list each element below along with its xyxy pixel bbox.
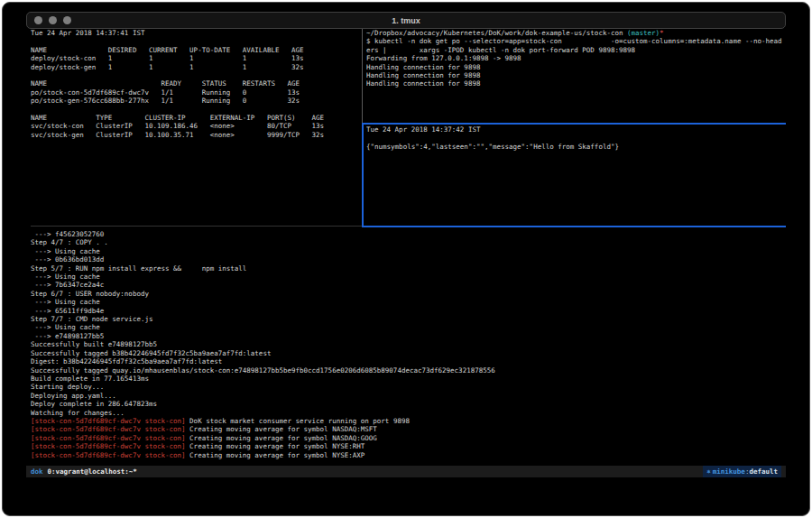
- pane-divider-horizontal[interactable]: [31, 226, 362, 227]
- watch-log-line: [stock-con-5d7df689cf-dwc7v stock-con] C…: [31, 442, 786, 450]
- watch-log-lines: [stock-con-5d7df689cf-dwc7v stock-con] D…: [31, 417, 786, 459]
- build-log-output: ---> f45623052760 Step 4/7 : COPY . . --…: [31, 230, 786, 417]
- watch-log-line: [stock-con-5d7df689cf-dwc7v stock-con] C…: [31, 425, 786, 433]
- kube-namespace-label: default: [749, 467, 778, 476]
- pod-log-message: Creating moving average for symbol NYSE:…: [186, 451, 365, 459]
- active-pane-border-bottom[interactable]: [362, 226, 786, 227]
- watch-log-line: [stock-con-5d7df689cf-dwc7v stock-con] C…: [31, 451, 786, 459]
- watch-log-line: [stock-con-5d7df689cf-dwc7v stock-con] D…: [31, 417, 786, 425]
- pod-log-prefix: [stock-con-5d7df689cf-dwc7v stock-con]: [31, 417, 186, 425]
- terminal-window: 1. tmux Tue 24 Apr 2018 14:37:41 IST NAM…: [2, 2, 810, 516]
- pane-json-output[interactable]: Tue 24 Apr 2018 14:37:42 IST {"numsymbol…: [366, 125, 785, 225]
- kubernetes-helm-icon: ⎈: [706, 467, 711, 476]
- tmux-status-bar: dok 0:vagrant@localhost:~* ⎈ minikube : …: [26, 466, 786, 477]
- json-output: Tue 24 Apr 2018 14:37:42 IST {"numsymbol…: [366, 125, 785, 151]
- prompt-path: ~/Dropbox/advocacy/Kubernetes/DoK/work/d…: [366, 29, 627, 37]
- pod-log-prefix: [stock-con-5d7df689cf-dwc7v stock-con]: [31, 434, 186, 442]
- pane-divider-vertical[interactable]: [362, 29, 363, 123]
- status-right-kube-context: ⎈ minikube : default: [703, 466, 781, 477]
- shell-prompt-line: ~/Dropbox/advocacy/Kubernetes/DoK/work/d…: [366, 29, 785, 37]
- window-titlebar[interactable]: 1. tmux: [26, 12, 786, 29]
- pod-log-message: DoK stock market consumer service runnin…: [186, 417, 410, 425]
- pane-skaffold-log[interactable]: ---> f45623052760 Step 4/7 : COPY . . --…: [31, 230, 786, 465]
- active-pane-border-left[interactable]: [362, 125, 364, 227]
- port-forward-output: $ kubectl -n dok get po --selector=app=s…: [366, 37, 785, 88]
- active-pane-border-top[interactable]: [362, 123, 786, 125]
- pod-log-prefix: [stock-con-5d7df689cf-dwc7v stock-con]: [31, 442, 186, 450]
- pod-log-prefix: [stock-con-5d7df689cf-dwc7v stock-con]: [31, 425, 186, 433]
- tmux-window-item[interactable]: 0:vagrant@localhost:~*: [48, 467, 137, 476]
- kubectl-watch-output: Tue 24 Apr 2018 14:37:41 IST NAME DESIRE…: [31, 29, 361, 139]
- pod-log-prefix: [stock-con-5d7df689cf-dwc7v stock-con]: [31, 451, 186, 459]
- pane-kubectl-watch[interactable]: Tue 24 Apr 2018 14:37:41 IST NAME DESIRE…: [31, 29, 361, 227]
- git-dirty-indicator: *: [660, 29, 664, 37]
- status-left: dok 0:vagrant@localhost:~*: [31, 467, 137, 476]
- pane-port-forward[interactable]: ~/Dropbox/advocacy/Kubernetes/DoK/work/d…: [366, 29, 785, 121]
- git-branch-label: (master): [627, 29, 660, 37]
- kube-context-label: minikube: [713, 467, 745, 476]
- pod-log-message: Creating moving average for symbol NASDA…: [186, 425, 377, 433]
- watch-log-line: [stock-con-5d7df689cf-dwc7v stock-con] C…: [31, 434, 786, 442]
- pod-log-message: Creating moving average for symbol NASDA…: [186, 434, 377, 442]
- tmux-session-name[interactable]: dok: [31, 467, 43, 476]
- zoom-button[interactable]: [63, 16, 71, 24]
- minimize-button[interactable]: [49, 16, 57, 24]
- pod-log-message: Creating moving average for symbol NYSE:…: [186, 442, 365, 450]
- traffic-lights: [34, 16, 71, 24]
- close-button[interactable]: [34, 16, 42, 24]
- window-title: 1. tmux: [27, 16, 785, 25]
